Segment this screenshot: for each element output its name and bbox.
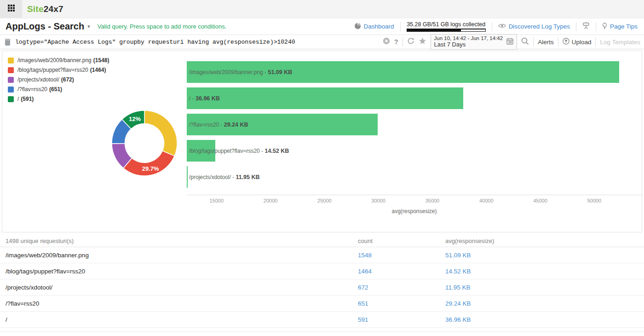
count-link[interactable]: 1548 — [358, 252, 372, 259]
requesturi-cell: /projects/xdotool/ — [0, 284, 358, 291]
table-row: /59136.96 KB — [0, 312, 644, 328]
bar-row: /?flav=rss20 - 29.24 KB — [187, 114, 642, 135]
bar[interactable] — [187, 166, 188, 188]
query-input[interactable]: logtype="Apache Access Logs" groupby req… — [15, 39, 378, 46]
legend-count: (651) — [49, 86, 62, 93]
chevron-down-icon[interactable]: ▾ — [87, 23, 90, 29]
x-axis-line — [187, 195, 642, 195]
legend-label: /images/web/2009/banner.png — [17, 57, 92, 64]
page-tips-label: Page Tips — [610, 23, 638, 30]
legend-item[interactable]: /images/web/2009/banner.png(1548) — [8, 57, 109, 64]
column-header-avg-responsesize: avg(responsesize) — [445, 238, 644, 244]
count-link[interactable]: 651 — [358, 300, 368, 307]
bar-label: /images/web/2009/banner.png - 51.09 KB — [189, 69, 292, 75]
legend-label: /projects/xdotool/ — [17, 76, 59, 83]
star-icon — [419, 37, 426, 46]
count-link[interactable]: 1464 — [358, 268, 372, 275]
legend-label: /?flav=rss20 — [17, 86, 47, 93]
saved-query-icon[interactable] — [5, 38, 11, 46]
bar-chart: /images/web/2009/banner.png - 51.09 KB/ … — [187, 61, 642, 192]
legend-item[interactable]: /?flav=rss20(651) — [8, 86, 109, 93]
results-table: 1498 unique requesturi(s) count avg(resp… — [0, 235, 644, 332]
bar[interactable] — [187, 87, 463, 109]
log-templates-button[interactable]: Log Templates — [600, 39, 640, 46]
avg-responsesize-link[interactable]: 11.95 KB — [445, 284, 471, 291]
divider — [533, 37, 534, 46]
x-tick-label: 15000 — [210, 198, 224, 203]
x-axis-ticks: 1500020000250003000035000400004500050000 — [187, 198, 642, 204]
clear-query-button[interactable] — [383, 37, 390, 46]
avg-responsesize-link[interactable]: 14.52 KB — [445, 268, 471, 275]
bar-row: / - 36.96 KB — [187, 87, 642, 109]
x-tick-label: 50000 — [587, 198, 601, 203]
table-row: /images/web/2009/banner.png154851.09 KB — [0, 247, 644, 263]
signpost-icon — [582, 22, 590, 31]
legend-item[interactable]: /blog/tags/puppet?flav=rss20(1464) — [8, 67, 109, 73]
query-status-text: Valid query. Press space to add more con… — [98, 23, 227, 30]
avg-responsesize-link[interactable]: 29.24 KB — [445, 300, 471, 307]
site24x7-logo[interactable]: Site24x7 — [27, 0, 63, 18]
table-header-row: 1498 unique requesturi(s) count avg(resp… — [0, 235, 644, 247]
bar-row: /images/web/2009/banner.png - 51.09 KB — [187, 61, 642, 83]
search-button[interactable] — [521, 37, 529, 47]
count-link[interactable]: 672 — [358, 284, 368, 291]
bar-label: / - 36.96 KB — [189, 95, 220, 102]
x-tick-label: 40000 — [479, 198, 494, 203]
avg-responsesize-link[interactable]: 36.96 KB — [445, 316, 471, 323]
legend-swatch — [8, 77, 14, 83]
legend-label: /blog/tags/puppet?flav=rss20 — [17, 67, 88, 73]
signpost-button[interactable] — [582, 22, 590, 31]
legend-item[interactable]: /(591) — [8, 96, 109, 102]
page-tips-link[interactable]: Page Tips — [602, 23, 638, 31]
requesturi-cell: / — [0, 316, 358, 323]
dashboard-link[interactable]: Dashboard — [354, 23, 394, 31]
grid-icon — [8, 5, 15, 13]
bar-label: /projects/xdotool/ - 11.95 KB — [189, 174, 260, 180]
upload-label: Upload — [572, 39, 592, 46]
rerun-query-button[interactable] — [407, 37, 414, 46]
bar-row: /projects/xdotool/ - 11.95 KB — [187, 166, 642, 188]
legend-swatch — [8, 58, 14, 64]
donut-slice-label: 12% — [129, 116, 141, 122]
logo-text-site: Site — [27, 4, 44, 14]
legend-count: (672) — [61, 76, 74, 83]
logs-usage-bar — [407, 29, 486, 32]
x-tick-label: 25000 — [317, 198, 332, 203]
divider — [492, 22, 492, 31]
query-bar: logtype="Apache Access Logs" groupby req… — [0, 35, 644, 49]
close-circle-icon — [383, 37, 390, 46]
legend-item[interactable]: /projects/xdotool/(672) — [8, 76, 109, 83]
column-header-requesturi: 1498 unique requesturi(s) — [0, 238, 358, 244]
requesturi-cell: /blog/tags/puppet?flav=rss20 — [0, 268, 358, 275]
bottom-divider — [0, 331, 644, 332]
x-tick-label: 20000 — [264, 198, 278, 203]
requesturi-cell: /images/web/2009/banner.png — [0, 252, 358, 259]
alerts-button[interactable]: Alerts — [538, 39, 554, 46]
favorite-query-button[interactable] — [419, 37, 426, 46]
pie-legend: /images/web/2009/banner.png(1548)/blog/t… — [8, 57, 109, 105]
table-row: /projects/xdotool/67211.95 KB — [0, 279, 644, 295]
logo-text-24x7: 24x7 — [44, 4, 63, 14]
refresh-icon — [407, 37, 414, 46]
legend-count: (1548) — [93, 57, 109, 64]
count-link[interactable]: 591 — [358, 316, 368, 323]
page-title: AppLogs - Search — [6, 21, 84, 32]
x-tick-label: 35000 — [426, 198, 440, 203]
logs-usage-meter: 35.28 GB/51 GB logs collected — [407, 21, 486, 32]
upload-button[interactable]: Upload — [563, 38, 592, 46]
calendar-icon — [506, 38, 513, 46]
divider — [596, 22, 596, 31]
app-grid-button[interactable] — [0, 0, 22, 18]
legend-swatch — [8, 96, 14, 102]
requesturi-cell: /?flav=rss20 — [0, 300, 358, 307]
avg-responsesize-link[interactable]: 51.09 KB — [445, 252, 471, 259]
time-range-picker[interactable]: Jun 10, 14:42 - Jun 17, 14:42 Last 7 Day… — [431, 34, 518, 50]
discovered-log-types-label: Discovered Log Types — [509, 23, 570, 30]
discovered-log-types-link[interactable]: Discovered Log Types — [498, 23, 570, 30]
x-axis-title: avg(responsesize) — [187, 208, 642, 214]
donut-slice[interactable] — [144, 110, 177, 156]
search-icon — [521, 37, 529, 47]
divider — [576, 22, 576, 31]
donut-chart: 29.7%12% — [108, 106, 181, 180]
query-help-button[interactable]: ? — [394, 38, 398, 46]
